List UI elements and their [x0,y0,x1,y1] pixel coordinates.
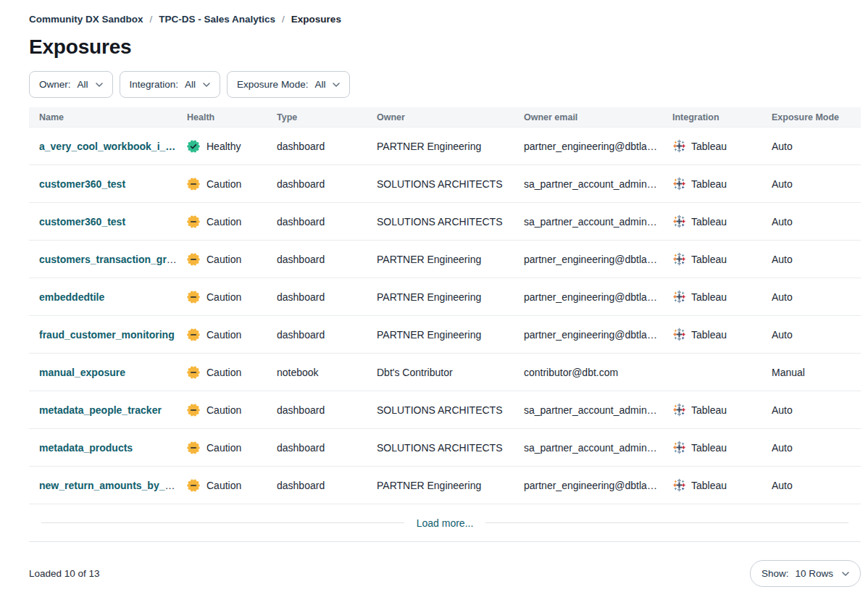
show-value: 10 Rows [795,568,833,579]
exposure-name-link[interactable]: metadata_people_tracker [39,404,162,416]
column-header-health: Health [187,112,277,122]
health-cell: Caution [187,328,277,341]
health-cell: Caution [187,441,277,454]
tableau-logo-icon [672,252,686,266]
type-cell: dashboard [277,404,377,416]
health-cell: Healthy [187,140,277,153]
exposure-name-link[interactable]: a_very_cool_workbook_i_… [39,141,175,152]
column-header-name: Name [29,112,187,122]
column-header-owner: Owner [377,112,524,122]
exposure-mode-cell: Auto [772,442,861,454]
exposure-mode-cell: Auto [772,404,861,416]
owner-email-cell: sa_partner_account_admin… [524,442,672,454]
health-badge-icon [187,253,200,266]
owner-filter-dropdown[interactable]: Owner: All [29,71,113,98]
tableau-logo-icon [672,328,686,341]
health-cell: Caution [187,253,277,266]
exposure-name-link[interactable]: customer360_test [39,216,125,228]
owner-cell: SOLUTIONS ARCHITECTS [377,442,524,454]
integration-label: Tableau [691,329,727,341]
load-more-link[interactable]: Load more... [417,517,474,529]
owner-email-cell: contributor@dbt.com [524,367,672,378]
breadcrumb-environment[interactable]: TPC-DS - Sales Analytics [159,14,275,25]
owner-email-cell: sa_partner_account_admin… [524,404,672,416]
type-cell: dashboard [277,254,377,265]
owner-email-cell: partner_engineering@dbtla… [524,329,672,341]
health-cell: Caution [187,366,277,379]
breadcrumb-separator: / [150,14,153,25]
owner-cell: PARTNER Engineering [377,329,524,341]
table-footer: Loaded 10 of 13 Show: 10 Rows [29,560,861,587]
health-cell: Caution [187,404,277,417]
exposure-name-link[interactable]: embeddedtile [39,291,104,303]
exposure-name-link[interactable]: new_return_amounts_by_t… [39,480,178,491]
name-cell: customer360_test [29,178,187,190]
name-cell: customers_transaction_gro… [29,254,187,265]
tableau-logo-icon [672,441,686,454]
owner-cell: PARTNER Engineering [377,480,524,491]
owner-cell: SOLUTIONS ARCHITECTS [377,178,524,190]
name-cell: embeddedtile [29,291,187,303]
owner-email-cell: sa_partner_account_admin… [524,178,672,190]
exposure-mode-cell: Auto [772,178,861,190]
owner-cell: PARTNER Engineering [377,254,524,265]
show-rows-dropdown[interactable]: Show: 10 Rows [750,560,861,587]
type-cell: dashboard [277,141,377,152]
integration-cell: Tableau [672,177,772,191]
name-cell: metadata_products [29,442,187,454]
table-row: customers_transaction_gro… Caution dashb… [29,241,861,278]
integration-cell: Tableau [672,139,772,153]
owner-email-cell: sa_partner_account_admin… [524,216,672,228]
tableau-logo-icon [672,177,686,191]
exposure-mode-cell: Auto [772,291,861,303]
exposure-name-link[interactable]: metadata_products [39,442,133,454]
health-cell: Caution [187,291,277,304]
chevron-down-icon [203,83,210,87]
table-body: a_very_cool_workbook_i_… Healthy dashboa… [29,128,861,504]
type-cell: dashboard [277,216,377,228]
health-badge-icon [187,479,200,492]
health-label: Healthy [206,141,241,152]
chevron-down-icon [842,572,849,576]
health-badge-icon [187,291,200,304]
type-cell: dashboard [277,291,377,303]
table-row: customer360_test Caution dashboard SOLUT… [29,165,861,203]
breadcrumb: Community DX Sandbox / TPC-DS - Sales An… [29,14,861,25]
exposure-name-link[interactable]: customers_transaction_gro… [39,254,183,265]
exposure-name-link[interactable]: manual_exposure [39,367,125,378]
owner-cell: SOLUTIONS ARCHITECTS [377,216,524,228]
owner-cell: PARTNER Engineering [377,141,524,152]
table-row: embeddedtile Caution dashboard PARTNER E… [29,278,861,316]
health-badge-icon [187,404,200,417]
health-label: Caution [206,442,241,454]
exposures-page: Community DX Sandbox / TPC-DS - Sales An… [0,0,868,587]
exposure-mode-filter-dropdown[interactable]: Exposure Mode: All [227,71,350,98]
table-row: metadata_products Caution dashboard SOLU… [29,429,861,467]
name-cell: metadata_people_tracker [29,404,187,416]
integration-label: Tableau [691,480,727,491]
column-header-integration: Integration [672,112,772,122]
integration-cell: Tableau [672,214,772,228]
tableau-logo-icon [672,290,686,304]
exposure-name-link[interactable]: customer360_test [39,178,125,190]
integration-cell: Tableau [672,403,772,417]
name-cell: a_very_cool_workbook_i_… [29,141,187,152]
health-badge-icon [187,366,200,379]
integration-filter-dropdown[interactable]: Integration: All [120,71,221,98]
tableau-logo-icon [672,214,686,228]
exposure-name-link[interactable]: fraud_customer_monitoring [39,329,175,341]
tableau-logo-icon [672,478,686,492]
exposure-mode-cell: Manual [772,367,861,378]
table-header-row: Name Health Type Owner Owner email Integ… [29,107,861,128]
filter-value: All [314,79,325,90]
name-cell: manual_exposure [29,367,187,378]
health-label: Caution [206,367,241,378]
exposure-mode-cell: Auto [772,141,861,152]
owner-email-cell: partner_engineering@dbtla… [524,141,672,152]
exposures-table: Name Health Type Owner Owner email Integ… [29,107,861,542]
breadcrumb-separator: / [282,14,285,25]
health-label: Caution [206,291,241,303]
breadcrumb-project[interactable]: Community DX Sandbox [29,14,143,25]
table-row: customer360_test Caution dashboard SOLUT… [29,203,861,241]
table-row: metadata_people_tracker Caution dashboar… [29,391,861,429]
